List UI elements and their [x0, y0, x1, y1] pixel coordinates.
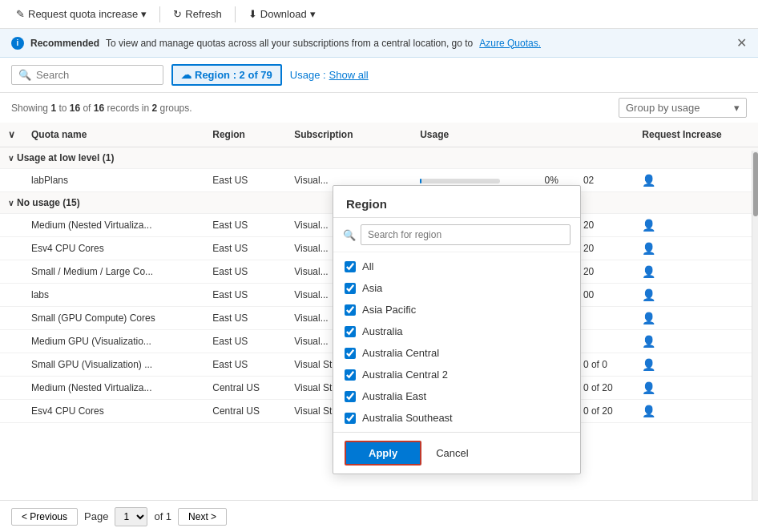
- person-icon[interactable]: 👤: [642, 242, 655, 255]
- row-request-increase[interactable]: 👤: [634, 330, 758, 353]
- previous-page-button[interactable]: < Previous: [11, 508, 78, 526]
- region-list-item[interactable]: Asia: [333, 277, 580, 299]
- usage-show-all-link[interactable]: Show all: [329, 69, 369, 81]
- region-list-item[interactable]: Australia Central 2: [333, 364, 580, 385]
- group-by-select[interactable]: Group by usage ▾: [619, 98, 747, 118]
- banner-close-button[interactable]: ✕: [736, 35, 747, 50]
- row-region: East US: [204, 353, 286, 377]
- region-checkbox[interactable]: [345, 261, 356, 272]
- person-icon[interactable]: 👤: [642, 381, 655, 394]
- row-limit: 0 of 20: [575, 377, 634, 400]
- person-icon[interactable]: 👤: [642, 219, 655, 232]
- row-request-increase[interactable]: 👤: [634, 169, 758, 192]
- row-expand: [0, 400, 23, 423]
- region-list-item[interactable]: All: [333, 256, 580, 277]
- pagination: < Previous Page 1 of 1 Next >: [0, 500, 758, 532]
- next-page-button[interactable]: Next >: [178, 508, 227, 526]
- col-region[interactable]: Region: [204, 123, 286, 147]
- page-number-select[interactable]: 1: [115, 507, 147, 526]
- banner-message: To view and manage quotas across all you…: [106, 38, 473, 49]
- person-icon[interactable]: 👤: [642, 312, 655, 324]
- region-list-item[interactable]: Asia Pacific: [333, 299, 580, 320]
- row-request-increase[interactable]: 👤: [634, 307, 758, 330]
- region-list-item[interactable]: Australia Central: [333, 342, 580, 364]
- col-quota-name[interactable]: Quota name: [23, 123, 204, 147]
- usage-filter: Usage : Show all: [290, 69, 369, 81]
- expand-all-icon[interactable]: ∨: [8, 129, 15, 140]
- region-checkbox[interactable]: [345, 391, 356, 402]
- region-checkbox[interactable]: [345, 283, 356, 294]
- region-checkbox[interactable]: [345, 369, 356, 381]
- search-input[interactable]: [36, 69, 156, 81]
- row-quota-name: Medium (Nested Virtualiza...: [23, 214, 204, 237]
- records-count: Showing 1 to 16 of 16 records in 2 group…: [11, 103, 192, 114]
- col-request: Request Increase: [634, 123, 758, 147]
- table-group-row[interactable]: ∨Usage at low level (1): [0, 147, 758, 169]
- scrollbar-thumb[interactable]: [753, 152, 758, 216]
- row-limit: 0 of 0: [575, 353, 634, 377]
- row-expand: [0, 353, 23, 377]
- person-icon[interactable]: 👤: [642, 288, 655, 301]
- chevron-icon: ∨: [8, 199, 14, 208]
- region-search-container: 🔍: [333, 218, 580, 252]
- region-list-item[interactable]: Australia East: [333, 385, 580, 407]
- row-quota-name: Small GPU (Visualization) ...: [23, 353, 204, 377]
- col-pct: [537, 123, 575, 147]
- search-icon: 🔍: [18, 69, 31, 81]
- region-checkbox[interactable]: [345, 326, 356, 337]
- region-list-item[interactable]: Australia: [333, 320, 580, 342]
- region-label: Asia: [362, 282, 382, 294]
- person-icon[interactable]: 👤: [642, 265, 655, 278]
- row-quota-name: Esv4 CPU Cores: [23, 237, 204, 260]
- refresh-button[interactable]: ↻ Refresh: [167, 5, 228, 23]
- row-quota-name: Medium GPU (Visualizatio...: [23, 330, 204, 353]
- region-list: AllAsiaAsia PacificAustraliaAustralia Ce…: [333, 252, 580, 432]
- row-expand: [0, 377, 23, 400]
- row-request-increase[interactable]: 👤: [634, 377, 758, 400]
- person-icon[interactable]: 👤: [642, 174, 655, 187]
- region-checkbox[interactable]: [345, 304, 356, 316]
- region-label: Australia Central: [362, 347, 439, 359]
- region-actions: Apply Cancel: [333, 432, 580, 474]
- row-expand: [0, 214, 23, 237]
- region-label: All: [362, 260, 373, 272]
- region-checkbox[interactable]: [345, 348, 356, 359]
- azure-quotas-link[interactable]: Azure Quotas.: [479, 38, 541, 49]
- chevron-icon: ∨: [8, 154, 14, 163]
- region-filter-badge[interactable]: ☁ Region : 2 of 79: [171, 64, 282, 86]
- filter-bar: 🔍 ☁ Region : 2 of 79 Usage : Show all: [0, 58, 758, 93]
- row-expand: [0, 284, 23, 307]
- region-checkbox[interactable]: [345, 413, 356, 424]
- cancel-button[interactable]: Cancel: [429, 442, 474, 464]
- region-label: Australia Central 2: [362, 369, 448, 381]
- region-dropdown-panel: Region 🔍 AllAsiaAsia PacificAustraliaAus…: [333, 185, 581, 474]
- request-quota-button[interactable]: ✎ Request quota increase ▾: [10, 5, 153, 23]
- col-usage: Usage: [412, 123, 536, 147]
- row-quota-name: Esv4 CPU Cores: [23, 400, 204, 423]
- apply-button[interactable]: Apply: [345, 441, 421, 466]
- person-icon[interactable]: 👤: [642, 405, 655, 417]
- row-region: East US: [204, 169, 286, 192]
- region-list-item[interactable]: Australia Southeast: [333, 407, 580, 429]
- region-search-input[interactable]: [361, 224, 571, 245]
- person-icon[interactable]: 👤: [642, 335, 655, 348]
- col-subscription[interactable]: Subscription: [286, 123, 412, 147]
- azure-cloud-icon: ☁: [181, 69, 192, 81]
- page-label: Page: [84, 510, 108, 522]
- scrollbar-track[interactable]: [752, 151, 758, 532]
- info-icon: i: [11, 37, 24, 50]
- row-request-increase[interactable]: 👤: [634, 400, 758, 423]
- download-button[interactable]: ⬇ Download ▾: [242, 5, 322, 23]
- region-label: Australia: [362, 325, 403, 337]
- row-request-increase[interactable]: 👤: [634, 237, 758, 260]
- row-request-increase[interactable]: 👤: [634, 214, 758, 237]
- person-icon[interactable]: 👤: [642, 358, 655, 371]
- row-expand: [0, 169, 23, 192]
- region-search-icon: 🔍: [343, 229, 356, 241]
- region-panel-title: Region: [333, 186, 580, 218]
- row-request-increase[interactable]: 👤: [634, 284, 758, 307]
- row-request-increase[interactable]: 👤: [634, 260, 758, 284]
- row-request-increase[interactable]: 👤: [634, 353, 758, 377]
- toolbar: ✎ Request quota increase ▾ ↻ Refresh ⬇ D…: [0, 0, 758, 29]
- row-limit: 20: [575, 237, 634, 260]
